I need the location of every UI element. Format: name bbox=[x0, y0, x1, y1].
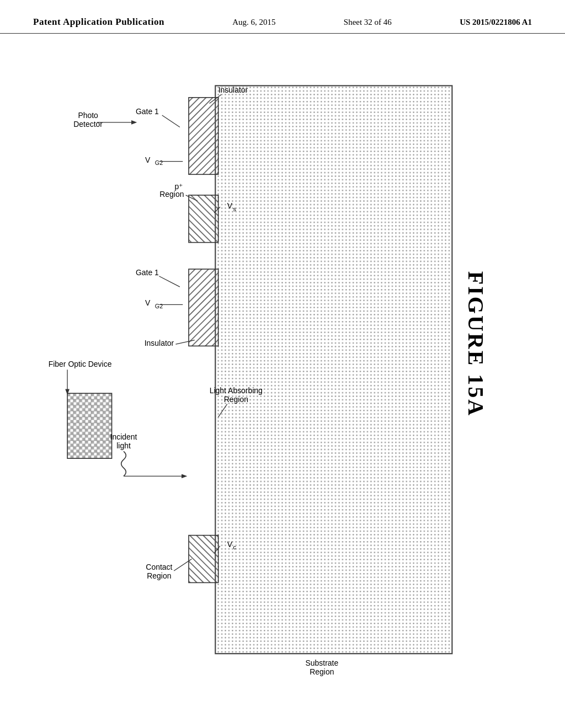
substrate-body bbox=[215, 85, 452, 654]
photo-detector-label: Photo bbox=[78, 111, 98, 120]
substrate-region-label2: Region bbox=[310, 667, 334, 676]
svg-line-12 bbox=[159, 276, 180, 287]
diagram-svg: Photo Detector Gate 1 Insulator V G2 p⁺ … bbox=[28, 50, 480, 701]
sheet-info: Sheet 32 of 46 bbox=[344, 18, 392, 27]
vs-label: V bbox=[227, 201, 233, 210]
vg2-mid-label: V bbox=[145, 298, 151, 307]
vg2-top-sub: G2 bbox=[155, 159, 163, 166]
p-region-label2: Region bbox=[159, 190, 184, 199]
incident-light-label2: light bbox=[116, 441, 131, 450]
publication-title: Patent Application Publication bbox=[33, 17, 164, 28]
vs-region-top bbox=[189, 195, 218, 243]
fiber-optic-box bbox=[67, 393, 111, 458]
vg2-top-label: V bbox=[145, 156, 151, 164]
gate1-mid-label: Gate 1 bbox=[136, 268, 159, 277]
patent-number: US 2015/0221806 A1 bbox=[460, 18, 532, 27]
svg-line-7 bbox=[162, 115, 180, 127]
light-absorbing-label2: Region bbox=[224, 395, 248, 404]
page-header: Patent Application Publication Aug. 6, 2… bbox=[0, 0, 565, 34]
insulator-bot-label: Insulator bbox=[145, 339, 174, 347]
vc-sub: c bbox=[233, 544, 236, 550]
vc-label: V bbox=[227, 540, 233, 549]
fiber-optic-label: Fiber Optic Device bbox=[49, 360, 112, 368]
main-content: FIGURE 15A bbox=[0, 34, 565, 723]
vc-region bbox=[189, 536, 218, 583]
vg2-mid-sub: G2 bbox=[155, 303, 163, 309]
insulator-top bbox=[189, 98, 218, 174]
vs-sub: s bbox=[233, 206, 236, 212]
substrate-region-label: Substrate bbox=[306, 659, 339, 667]
insulator-mid bbox=[189, 269, 218, 346]
photo-detector-label2: Detector bbox=[73, 120, 103, 129]
publication-date: Aug. 6, 2015 bbox=[232, 18, 275, 27]
insulator-top-label: Insulator bbox=[218, 85, 248, 94]
contact-region-label: Contact bbox=[146, 563, 172, 571]
gate1-top-label: Gate 1 bbox=[136, 107, 159, 116]
light-absorbing-label: Light Absorbing bbox=[210, 386, 263, 395]
incident-light-label: Incident bbox=[110, 432, 137, 441]
contact-region-label2: Region bbox=[147, 571, 171, 580]
